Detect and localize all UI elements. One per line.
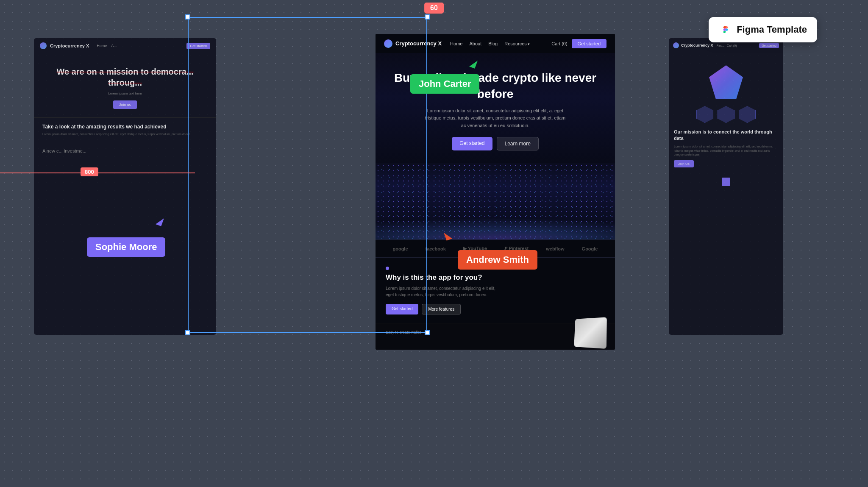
hex-shape-1 (696, 106, 713, 123)
why-more-features-btn[interactable]: More features (422, 304, 461, 314)
bg-right-small-box (722, 178, 730, 186)
bg-left-nav-home: Home (97, 44, 107, 48)
bg-right-section-body: Lorem ipsum dolor sit amet, consectetur … (674, 145, 778, 157)
brand-webflow: webflow (546, 246, 564, 251)
why-heading: Why is this the app for you? (386, 273, 605, 282)
handle-top-left[interactable] (185, 14, 190, 19)
bg-left-nav-about: A... (111, 44, 117, 48)
bg-left-section-body: Lorem ipsum dolor sit amet, consectetur … (42, 132, 208, 136)
bg-right-logo-icon (673, 42, 679, 48)
figma-template-badge: Figma Template (709, 17, 817, 42)
wallet-section: Easy to create wallet (376, 323, 615, 350)
main-nav-cta-btn[interactable]: Get started (572, 39, 606, 48)
handle-bottom-left[interactable] (185, 330, 190, 335)
main-nav-about[interactable]: About (469, 41, 481, 46)
handle-bottom-right[interactable] (425, 330, 430, 335)
bg-left-hero-btn[interactable]: Join us (113, 100, 137, 109)
bg-left-brand: Cryptocurrency X (50, 43, 89, 48)
bg-right-cta-btn[interactable]: Get started (759, 43, 779, 48)
bg-left-hero-subtext: Lorem ipsum text here (42, 92, 208, 95)
user-label-andrew: Andrew Smith (458, 250, 537, 270)
main-nav-blog[interactable]: Blog (488, 41, 498, 46)
main-hero-learn-more-btn[interactable]: Learn more (497, 137, 539, 150)
bg-left-bottom-text: A new c... investme... (42, 148, 208, 153)
bg-right-nav-link: Res... (717, 44, 724, 47)
main-nav-brand: Cryptocurrency X (395, 40, 442, 47)
why-subtext: Lorem ipsum dolor sit amet, consectetur … (386, 285, 496, 298)
main-frame-wrapper[interactable]: Cryptocurrency X Home About Blog Resourc… (188, 17, 427, 333)
bg-right-join-btn[interactable]: Join Us (674, 160, 694, 167)
main-nav-home[interactable]: Home (450, 41, 462, 46)
measurement-badge: 800 (81, 167, 98, 176)
bg-left-section-heading: Take a look at the amazing results we ha… (42, 124, 208, 130)
bg-right-brand: Cryptocurrency X (681, 43, 713, 47)
bg-left-logo-icon (40, 42, 47, 49)
brand-google-2: Google (582, 246, 598, 251)
main-nav-resources[interactable]: Resources (504, 41, 530, 46)
brand-google-1: google (392, 246, 408, 251)
gem-shape-icon (709, 65, 743, 99)
main-nav-cart[interactable]: Cart (0) (551, 41, 567, 46)
canvas: 60 Cryptocurrency X Home A... Get starte… (0, 0, 868, 487)
main-hero-get-started-btn[interactable]: Get started (452, 137, 492, 150)
bg-frame-right: Cryptocurrency X Res... Cart (0) Get sta… (669, 38, 783, 335)
handle-top-right[interactable] (425, 14, 430, 19)
bg-right-section-heading: Our mission is to connect the world thro… (674, 129, 778, 142)
figma-template-label: Figma Template (737, 24, 807, 35)
hex-shape-2 (718, 106, 734, 123)
hex-shape-3 (739, 106, 756, 123)
why-dot-icon (386, 267, 389, 270)
main-nav-logo-icon (384, 39, 392, 48)
particle-visualization (376, 163, 615, 239)
figma-logo-icon (719, 23, 732, 36)
wallet-label: Easy to create wallet (386, 330, 605, 334)
wallet-graphic-icon (574, 317, 606, 349)
top-number-badge: 60 (424, 3, 444, 14)
bg-left-hero-text: We are on a mission to democra... throug… (42, 66, 208, 88)
user-label-sophie: Sophie Moore (87, 237, 165, 257)
main-hero-subtext: Lorem ipsum dolor sit amet, consectetur … (423, 107, 568, 130)
brand-facebook: facebook (426, 246, 446, 251)
user-label-john: John Carter (410, 74, 479, 94)
bg-right-cart: Cart (0) (727, 44, 737, 47)
why-get-started-btn[interactable]: Get started (386, 304, 418, 314)
main-nav: Cryptocurrency X Home About Blog Resourc… (376, 34, 615, 53)
main-hero: Buy, sell and trade crypto like never be… (376, 53, 615, 163)
